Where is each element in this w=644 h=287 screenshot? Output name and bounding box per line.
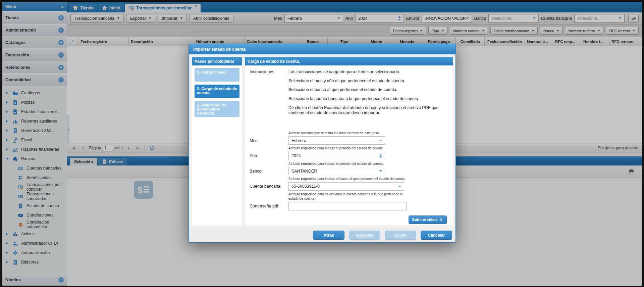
hint-periodo: Atributo requerido para indicar el perio… xyxy=(288,145,384,151)
password-pdf-input[interactable] xyxy=(288,202,407,210)
instructions-label: Instrucciones: xyxy=(250,69,288,116)
step-content-header: Carga de estado de cuenta. xyxy=(245,57,453,65)
dialog-body: Pasos por completar 1.-Instrucciones 2.-… xyxy=(189,54,455,228)
instruction-line: Dé clic en el botón Examinar del atribut… xyxy=(288,105,445,116)
chevron-down-icon xyxy=(379,170,382,172)
step-instrucciones[interactable]: 1.-Instrucciones xyxy=(195,68,239,82)
steps-panel: Pasos por completar 1.-Instrucciones 2.-… xyxy=(192,57,242,225)
step-carga-estado-cuenta[interactable]: 2.-Carga de estado de cuenta. xyxy=(195,85,239,98)
spinner-icons[interactable] xyxy=(379,154,382,158)
hint-opcional: Atributo opcional que muestra las instru… xyxy=(288,130,380,136)
instruction-line: Las transacciones se cargarán para el em… xyxy=(288,69,445,75)
password-field-label: Contraseña pdf: xyxy=(250,204,288,208)
instructions-text: Las transacciones se cargarán para el em… xyxy=(288,69,448,116)
instruction-line: Seleccione el mes y año al que pertenece… xyxy=(288,79,445,84)
importar-estado-de-cuenta-dialog: Importar estado de cuenta Pasos por comp… xyxy=(189,44,456,243)
cancelar-button[interactable]: Cancelar xyxy=(421,231,452,240)
atras-button[interactable]: Atrás xyxy=(313,231,344,240)
steps-list: 1.-Instrucciones 2.-Carga de estado de c… xyxy=(192,65,242,120)
hint-banco: Atributo requerido para indicar el banco… xyxy=(288,176,406,182)
step-content-body: Instrucciones: Las transacciones se carg… xyxy=(245,65,453,225)
instructions-block: Instrucciones: Las transacciones se carg… xyxy=(250,69,448,116)
hint-row: Atributo requerido para seleccionar la c… xyxy=(250,191,448,202)
hint-row: Atributo requerido para indicar el banco… xyxy=(250,176,448,182)
cuenta-bancaria-field-row: Cuenta bancaria: 65-50853911-0 xyxy=(250,182,448,191)
hint-row: Atributo opcional que muestra las instru… xyxy=(250,130,448,136)
anio-field-stepper[interactable]: 2024 xyxy=(288,152,385,160)
chevron-down-icon xyxy=(398,186,401,187)
mes-field-row: Mes: Febrero xyxy=(250,136,448,145)
banco-field-label: Banco: xyxy=(250,169,288,174)
upload-icon xyxy=(439,218,443,222)
mes-field-select[interactable]: Febrero xyxy=(288,136,385,145)
instruction-line: Seleccione el banco al que pertenece el … xyxy=(288,87,445,93)
password-field-row: Contraseña pdf: xyxy=(250,202,448,210)
cuenta-bancaria-field-label: Cuenta bancaria: xyxy=(250,184,288,189)
steps-panel-header: Pasos por completar xyxy=(192,57,242,65)
hint-periodo: Atributo requerido para indicar el perio… xyxy=(288,160,384,167)
enviar-button[interactable]: Enviar xyxy=(385,231,416,240)
hint-row: Atributo requerido para indicar el perio… xyxy=(250,145,448,151)
banco-field-select[interactable]: SANTANDER xyxy=(288,167,385,175)
mes-field-label: Mes: xyxy=(250,138,288,143)
instruction-line: Seleccione la cuenta bancaria a la que p… xyxy=(288,96,445,102)
subir-archivo-button[interactable]: Subir archivo xyxy=(409,216,447,224)
anio-field-label: Año: xyxy=(250,153,288,158)
cuenta-bancaria-field-select[interactable]: 65-50853911-0 xyxy=(288,182,404,191)
siguiente-button[interactable]: Siguiente xyxy=(349,231,380,240)
dialog-title-bar[interactable]: Importar estado de cuenta xyxy=(189,44,455,54)
step-content-panel: Carga de estado de cuenta. Instrucciones… xyxy=(245,57,453,225)
chevron-down-icon xyxy=(379,140,382,141)
hint-row: Atributo requerido para indicar el perio… xyxy=(250,160,448,167)
hint-cuenta: Atributo requerido para seleccionar la c… xyxy=(288,191,409,202)
upload-row: Subir archivo xyxy=(250,211,448,224)
step-validacion-documentos[interactable]: 3.-Validación de documentos cargados xyxy=(195,101,239,117)
dialog-footer: Atrás Siguiente Enviar Cancelar xyxy=(189,228,455,242)
anio-field-row: Año: 2024 xyxy=(250,152,448,160)
banco-field-row: Banco: SANTANDER xyxy=(250,167,448,175)
